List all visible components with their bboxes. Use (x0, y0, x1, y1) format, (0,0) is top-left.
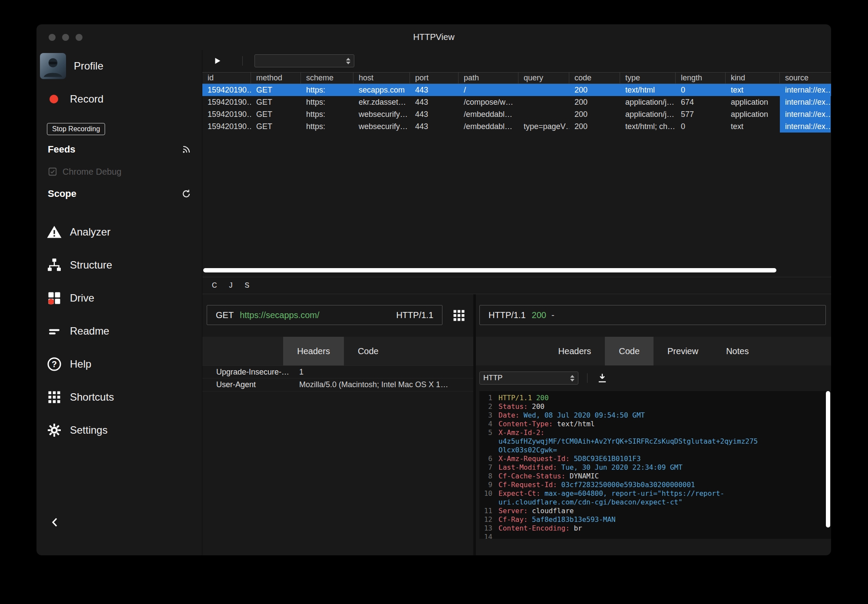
cell-length: 0 (676, 84, 726, 96)
play-icon[interactable] (213, 56, 222, 66)
response-reason: - (551, 310, 554, 320)
table-row[interactable]: 159420190…GEThttps:websecurify…443/embed… (202, 120, 831, 133)
response-protocol: HTTP/1.1 (488, 310, 526, 320)
response-pane: HTTP/1.1 200 - HeadersCodePreviewNotes H… (476, 294, 831, 555)
cell-path: /embeddabl… (459, 108, 518, 120)
avatar (40, 53, 66, 79)
cell-source: internal://ex… (780, 108, 831, 120)
cell-port: 443 (410, 84, 459, 96)
response-tabs: HeadersCodePreviewNotes (476, 337, 831, 365)
toolbar (202, 50, 831, 72)
code-line: 10Expect-Ct: max-age=604800, report-uri=… (479, 489, 831, 507)
request-pane: GET https://secapps.com/ HTTP/1.1 Header… (202, 294, 473, 555)
sidebar-nav: AnalyzerStructureDriveReadme?HelpShortcu… (36, 216, 202, 447)
header-name: User-Agent (216, 380, 256, 389)
request-protocol: HTTP/1.1 (396, 310, 433, 320)
code-line: 7Last-Modified: Tue, 30 Jun 2020 22:34:0… (479, 463, 831, 472)
sidebar-item-label: Structure (70, 259, 112, 271)
cell-length: 577 (676, 108, 726, 120)
column-header-id[interactable]: id (202, 73, 251, 83)
tab-response-preview[interactable]: Preview (653, 337, 712, 365)
column-header-type[interactable]: type (620, 73, 676, 83)
column-header-host[interactable]: host (353, 73, 410, 83)
zoom-button[interactable] (76, 34, 83, 41)
vertical-scrollbar-thumb[interactable] (826, 391, 830, 528)
sidebar-item-settings[interactable]: Settings (36, 414, 202, 447)
chevron-left-icon[interactable] (49, 516, 62, 529)
line-content: Content-Type: text/html (498, 420, 831, 428)
traffic-lights (49, 34, 83, 41)
sidebar-item-drive[interactable]: Drive (36, 282, 202, 315)
cell-port: 443 (410, 120, 459, 133)
filter-s-button[interactable]: S (245, 282, 250, 289)
sidebar-item-readme[interactable]: Readme (36, 315, 202, 348)
tab-response-code[interactable]: Code (605, 337, 653, 365)
line-number: 1 (479, 394, 498, 402)
minimize-button[interactable] (62, 34, 69, 41)
download-icon[interactable] (597, 372, 608, 384)
close-button[interactable] (49, 34, 56, 41)
refresh-icon[interactable] (181, 189, 191, 199)
request-method: GET (216, 310, 234, 320)
sidebar-item-analyzer[interactable]: Analyzer (36, 216, 202, 249)
line-content: Cf-Request-Id: 03cf7283250000e593b0a3020… (498, 481, 831, 489)
line-content: Expect-Ct: max-age=604800, report-uri="h… (498, 489, 831, 507)
column-header-method[interactable]: method (251, 73, 301, 83)
line-number: 2 (479, 402, 498, 411)
sidebar: Profile Record Stop Recording Feeds Chro… (36, 50, 202, 555)
response-view-select[interactable]: HTTP (479, 372, 578, 385)
sidebar-item-help[interactable]: ?Help (36, 348, 202, 381)
line-number: 5 (479, 428, 498, 437)
column-header-path[interactable]: path (459, 73, 518, 83)
header-row[interactable]: User-AgentMozilla/5.0 (Macintosh; Intel … (202, 378, 473, 392)
table-row[interactable]: 159420190…GEThttps:ekr.zdasset…443/compo… (202, 96, 831, 108)
cell-method: GET (251, 84, 301, 96)
column-header-length[interactable]: length (676, 73, 726, 83)
line-content: X-Amz-Request-Id: 5D8C93E61B0101F3 (498, 455, 831, 463)
cell-id: 159420190… (202, 120, 251, 133)
column-header-source[interactable]: source (780, 73, 831, 83)
filter-j-button[interactable]: J (229, 282, 233, 289)
window-title: HTTPView (413, 32, 454, 42)
line-content: Content-Encoding: br (498, 524, 831, 533)
response-status: 200 (532, 310, 546, 320)
cell-port: 443 (410, 96, 459, 108)
column-header-code[interactable]: code (569, 73, 620, 83)
sidebar-item-structure[interactable]: Structure (36, 249, 202, 282)
line-content: Status: 200 (498, 402, 831, 411)
column-header-port[interactable]: port (410, 73, 459, 83)
column-header-kind[interactable]: kind (726, 73, 780, 83)
grid-icon[interactable] (452, 309, 465, 322)
cell-type: text/html; ch… (620, 120, 676, 133)
request-headers-list: Upgrade-Insecure-…1User-AgentMozilla/5.0… (202, 365, 473, 392)
header-name: Upgrade-Insecure-… (216, 368, 289, 376)
table-row[interactable]: 159420190…GEThttps:websecurify…443/embed… (202, 108, 831, 120)
sidebar-item-shortcuts[interactable]: Shortcuts (36, 381, 202, 414)
filter-select[interactable] (254, 54, 354, 67)
request-url-link[interactable]: https://secapps.com/ (240, 310, 319, 320)
stop-recording-button[interactable]: Stop Recording (47, 123, 105, 135)
header-row[interactable]: Upgrade-Insecure-…1 (202, 365, 473, 378)
sidebar-item-label: Analyzer (70, 226, 110, 238)
tab-request-headers[interactable]: Headers (283, 337, 344, 365)
chrome-debug-label: Chrome Debug (63, 167, 122, 177)
horizontal-scrollbar-thumb[interactable] (203, 268, 776, 272)
svg-text:?: ? (52, 359, 57, 369)
cell-method: GET (251, 96, 301, 108)
cell-kind: application (726, 96, 780, 108)
tab-request-code[interactable]: Code (344, 337, 393, 365)
cell-source: internal://ex… (780, 120, 831, 133)
rss-icon[interactable] (181, 144, 191, 155)
filter-c-button[interactable]: C (212, 282, 217, 289)
line-number: 11 (479, 507, 498, 515)
request-line: GET https://secapps.com/ HTTP/1.1 (207, 305, 442, 325)
table-row[interactable]: 159420190…GEThttps:secapps.com443/200tex… (202, 84, 831, 96)
column-header-query[interactable]: query (518, 73, 569, 83)
cell-code: 200 (569, 120, 620, 133)
cell-query (518, 108, 569, 120)
sidebar-item-profile[interactable]: Profile (40, 53, 103, 79)
tab-response-notes[interactable]: Notes (712, 337, 762, 365)
tab-response-headers[interactable]: Headers (545, 337, 605, 365)
column-header-scheme[interactable]: scheme (301, 73, 353, 83)
cell-query (518, 84, 569, 96)
